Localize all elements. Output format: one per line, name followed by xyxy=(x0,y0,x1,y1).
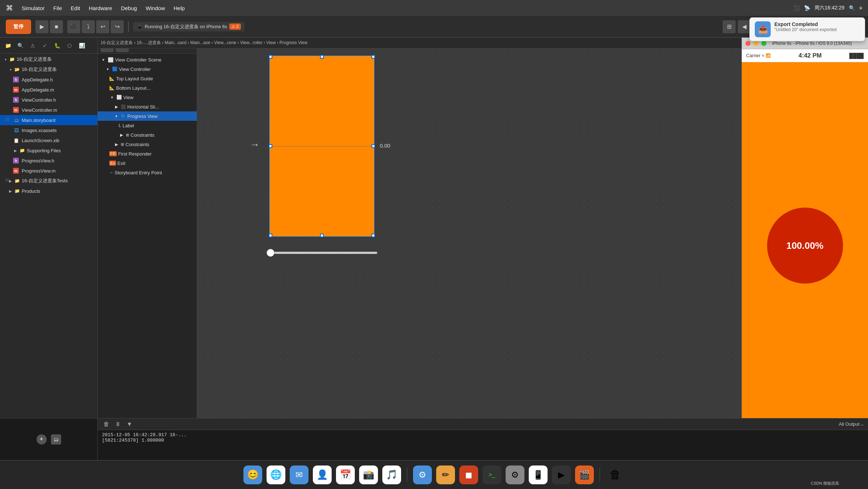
scene-bottom-layout[interactable]: 📐 Bottom Layout... xyxy=(98,83,197,93)
sim-time-display: 4:42 PM xyxy=(799,52,822,59)
scene-view[interactable]: ▾ ⬜ View xyxy=(98,93,197,102)
console-main: 🗑 ⏸ ▼ All Output ⌵ 2015-12-05 16:42:28.9… xyxy=(98,418,868,460)
scene-top-layout[interactable]: 📐 Top Layout Guide xyxy=(98,74,197,83)
handle-tm xyxy=(320,55,324,59)
stop-button[interactable]: 暂停 xyxy=(6,20,31,34)
console-filter-btn[interactable]: ▼ xyxy=(125,420,134,429)
dock-itunes[interactable]: 🎵 xyxy=(382,465,401,484)
scene-storyboard-entry[interactable]: → Storyboard Entry Point xyxy=(98,168,197,177)
apple-menu[interactable]: ⌘ xyxy=(6,4,13,12)
file-navigator: 📁 🔍 ⚠ ✓ 🐛 ⬡ 📊 ▾ 📁 16-自定义进度条 ▾ 📂 xyxy=(0,38,98,447)
scene-horizontal-slider[interactable]: ▶ ⬛ Horizontal Sli... xyxy=(98,102,197,111)
tree-item-src[interactable]: ▾ 📂 16-自定义进度条 xyxy=(0,64,97,75)
menu-simulator[interactable]: Simulator xyxy=(22,5,44,11)
menubar-icon[interactable]: ≡ xyxy=(859,5,862,11)
dock-mail[interactable]: ✉ xyxy=(290,465,309,484)
issue-nav-btn[interactable]: ⚠ xyxy=(27,41,38,51)
storyboard-phone-frame[interactable] xyxy=(269,56,374,237)
tree-item-vc-h[interactable]: h ViewController.h xyxy=(0,95,97,105)
sim-close-btn[interactable] xyxy=(745,41,750,46)
stop-btn-2[interactable]: ■ xyxy=(50,20,63,33)
dock-photos[interactable]: 📸 xyxy=(359,465,378,484)
dock-calendar[interactable]: 📅 xyxy=(336,465,355,484)
folder-nav-btn[interactable]: 📁 xyxy=(3,41,13,51)
slider-icon: ⬛ xyxy=(121,105,126,109)
output-filter-dropdown[interactable]: All Output ⌵ xyxy=(839,421,864,427)
menu-window[interactable]: Window xyxy=(146,5,165,11)
dock-sublime[interactable]: ◼ xyxy=(459,465,478,484)
tree-item-tests[interactable]: ▶ 📁 16-自定义进度条Tests xyxy=(0,176,97,186)
menu-edit[interactable]: Edit xyxy=(71,5,80,11)
dock-sketch[interactable]: ✏ xyxy=(436,465,455,484)
carrier-label: Carrier ≈ xyxy=(746,53,764,58)
dock-divider xyxy=(407,468,407,482)
tree-item-storyboard[interactable]: 🗂 Main.storyboard xyxy=(0,115,97,125)
tree-item-appdelegate-h[interactable]: h AppDelegate.h xyxy=(0,75,97,85)
console-clear-btn[interactable]: 🗑 xyxy=(102,420,111,429)
report-nav-btn[interactable]: 📊 xyxy=(77,41,87,51)
nav-left-btn[interactable]: ◀ xyxy=(738,20,751,33)
dock-safari[interactable]: 🌐 xyxy=(267,465,285,484)
dock-capture[interactable]: 🎬 xyxy=(575,465,594,484)
scene-vc[interactable]: ▾ 🟦 View Controller xyxy=(98,64,197,74)
console-pause-btn[interactable]: ⏸ xyxy=(114,420,122,429)
menu-hardware[interactable]: Hardware xyxy=(89,5,112,11)
search-icon[interactable]: 🔍 xyxy=(849,5,855,11)
menu-debug[interactable]: Debug xyxy=(121,5,137,11)
scene-exit[interactable]: Ex Exit xyxy=(98,158,197,168)
sim-status-bar: Carrier ≈ 📶 4:42 PM ████ xyxy=(742,49,868,62)
dock-trash[interactable]: 🗑 xyxy=(606,465,625,484)
tree-item-progressview-h[interactable]: h ProgressView.h xyxy=(0,156,97,166)
console-area: + 🗂 🗑 ⏸ ▼ All Output ⌵ 2015-12-05 16:42:… xyxy=(0,418,868,460)
scene-first-responder[interactable]: FR First Responder xyxy=(98,149,197,158)
dock-finder[interactable]: 😊 xyxy=(243,465,262,484)
scheme-btn[interactable]: ⊞ xyxy=(723,20,736,33)
tree-item-vc-m[interactable]: m ViewController.m xyxy=(0,105,97,115)
menu-help[interactable]: Help xyxy=(174,5,185,11)
time-display: 周六16:42:29 xyxy=(814,5,844,11)
dock-preferences[interactable]: ⚙ xyxy=(506,465,524,484)
scene-label[interactable]: L Label xyxy=(98,121,197,130)
console-left: + 🗂 xyxy=(0,418,98,460)
entry-icon: → xyxy=(109,170,113,175)
step-out-btn[interactable]: ↪ xyxy=(111,20,124,33)
sim-content: 100.00% xyxy=(742,62,868,429)
dock-contacts[interactable]: 👤 xyxy=(313,465,332,484)
tree-item-progressview-m[interactable]: m ProgressView.m xyxy=(0,166,97,176)
dock-xcode[interactable]: ⚙ xyxy=(413,465,432,484)
dock-player[interactable]: ▶ xyxy=(552,465,571,484)
breakpoint-nav-btn[interactable]: ⬡ xyxy=(64,41,75,51)
dock: 😊 🌐 ✉ 👤 📅 📸 🎵 ⚙ ✏ ◼ >_ ⚙ 📱 ▶ 🎬 🗑 CSDN 搜狐… xyxy=(0,460,868,489)
step-in-btn[interactable]: ↩ xyxy=(96,20,109,33)
scene-vc-scene[interactable]: ▾ ⬜ View Controller Scene xyxy=(98,55,197,64)
debug-nav-btn[interactable]: 🐛 xyxy=(52,41,62,51)
tree-item-appdelegate-m[interactable]: m AppDelegate.m xyxy=(0,85,97,95)
dock-terminal[interactable]: >_ xyxy=(482,465,501,484)
sim-maximize-btn[interactable] xyxy=(761,41,766,46)
vc-icon: 🟦 xyxy=(112,67,118,72)
tree-item-launchscreen[interactable]: 📋 LaunchScreen.xib xyxy=(0,135,97,145)
test-nav-btn[interactable]: ✓ xyxy=(40,41,50,51)
menu-file[interactable]: File xyxy=(53,5,62,11)
tree-item-products[interactable]: ▶ 📁 Products xyxy=(0,186,97,196)
breakpoint-btn[interactable]: ⬛ xyxy=(67,20,80,33)
scene-tree: ▾ ⬜ View Controller Scene ▾ 🟦 View Contr… xyxy=(98,54,197,447)
scene-constraints-1[interactable]: ▶ ⊞ Constraints xyxy=(98,130,197,140)
file-add-btn[interactable]: 🗂 xyxy=(51,434,61,445)
scene-constraints-2[interactable]: ▶ ⊞ Constraints xyxy=(98,140,197,149)
tree-item-xcassets[interactable]: 🖼 Images.xcassets xyxy=(0,125,97,135)
warning-badge: ⚠ 2 xyxy=(229,24,241,30)
search-nav-btn[interactable]: 🔍 xyxy=(15,41,25,51)
tree-item-supporting[interactable]: ▶ 📁 Supporting Files xyxy=(0,145,97,156)
tree-item-root[interactable]: ▾ 📁 16-自定义进度条 xyxy=(0,54,97,64)
slider-thumb[interactable] xyxy=(267,249,275,257)
scene-progress-view[interactable]: ▾ 🔵 Progress View xyxy=(98,111,197,121)
handle-tr xyxy=(371,55,375,59)
storyboard-slider[interactable] xyxy=(267,252,377,254)
dock-simulator[interactable]: 📱 xyxy=(529,465,548,484)
add-target-btn[interactable]: + xyxy=(37,434,47,445)
run-button[interactable]: ▶ xyxy=(35,20,48,33)
handle-tl xyxy=(269,55,272,59)
sim-minimize-btn[interactable] xyxy=(753,41,758,46)
step-over-btn[interactable]: ⤵ xyxy=(82,20,95,33)
